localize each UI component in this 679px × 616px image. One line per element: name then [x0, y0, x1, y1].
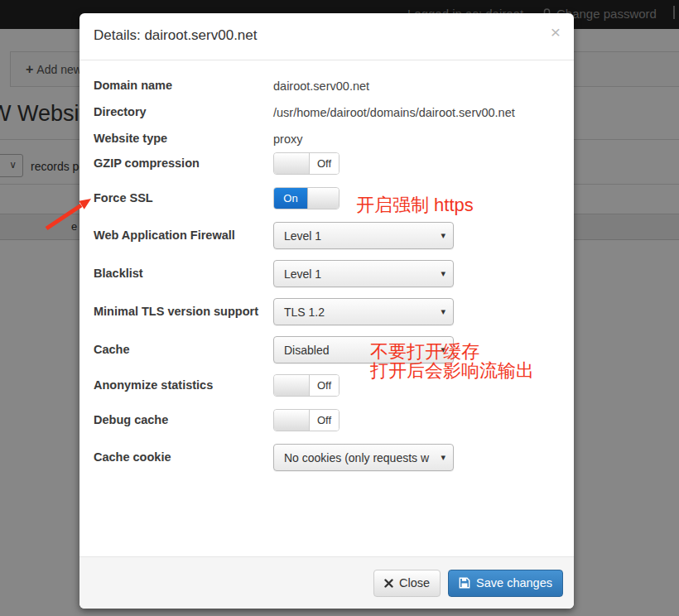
toggle-state-label: Off: [310, 153, 339, 174]
chevron-down-icon: ▾: [441, 452, 445, 463]
cache-annotation: 不要打开缓存 打开后会影响流输出: [370, 342, 534, 380]
field-label: Cache cookie: [94, 450, 273, 464]
save-button-label: Save changes: [476, 576, 552, 590]
modal-row-web-application-firewall: Web Application FirewallLevel 1▾: [94, 222, 559, 249]
toggle-knob: [307, 188, 339, 209]
field-label: Web Application Firewall: [94, 229, 273, 243]
cache-annotation-line2: 打开后会影响流输出: [370, 361, 534, 380]
field-value: /usr/home/dairoot/domains/dairoot.serv00…: [273, 106, 515, 119]
field-label: Domain name: [94, 79, 273, 93]
modal-row-domain-name: Domain namedairoot.serv00.net: [94, 73, 559, 99]
field-label: Blacklist: [94, 267, 273, 281]
chevron-down-icon: ▾: [441, 268, 445, 279]
red-arrow-annotation: [40, 192, 98, 235]
details-modal: Details: dairoot.serv00.net × Domain nam…: [79, 13, 574, 609]
modal-row-website-type: Website typeproxy: [94, 126, 559, 152]
page: Logged in as: dairoot Change password +A…: [0, 0, 679, 616]
x-icon: [384, 579, 393, 588]
field-label: Anonymize statistics: [94, 378, 273, 392]
web-application-firewall-select[interactable]: Level 1▾: [273, 222, 454, 249]
field-label: Minimal TLS version support: [94, 305, 273, 319]
close-button[interactable]: Close: [373, 570, 441, 597]
modal-row-force-ssl: Force SSLOn: [94, 187, 559, 209]
close-button-label: Close: [399, 576, 430, 590]
modal-row-gzip-compression: GZIP compressionOff: [94, 152, 559, 175]
close-icon[interactable]: ×: [551, 23, 561, 41]
toggle-state-label: On: [274, 188, 307, 209]
modal-title: Details: dairoot.serv00.net: [94, 27, 258, 43]
selected-value: Level 1: [284, 267, 321, 281]
field-value: dairoot.serv00.net: [273, 79, 369, 93]
toggle-state-label: Off: [310, 375, 339, 396]
modal-row-minimal-tls-version-support: Minimal TLS version supportTLS 1.2▾: [94, 298, 559, 325]
toggle-state-label: Off: [310, 410, 339, 431]
cache-cookie-select[interactable]: No cookies (only requests w▾: [273, 444, 454, 471]
anonymize-statistics-toggle[interactable]: Off: [273, 374, 340, 397]
toggle-knob: [274, 153, 310, 174]
debug-cache-toggle[interactable]: Off: [273, 409, 340, 431]
modal-row-blacklist: BlacklistLevel 1▾: [94, 260, 559, 287]
field-label: GZIP compression: [94, 156, 273, 171]
field-value: proxy: [273, 132, 302, 146]
toggle-knob: [274, 375, 310, 396]
force-ssl-annotation: 开启强制 https: [356, 195, 474, 214]
gzip-compression-toggle[interactable]: Off: [273, 152, 340, 175]
blacklist-select[interactable]: Level 1▾: [273, 260, 454, 287]
field-label: Debug cache: [94, 413, 273, 427]
floppy-disk-icon: [459, 577, 470, 589]
field-label: Website type: [94, 132, 273, 146]
field-label: Cache: [94, 343, 273, 357]
modal-row-debug-cache: Debug cacheOff: [94, 409, 559, 431]
chevron-down-icon: ▾: [441, 230, 445, 241]
modal-row-directory: Directory/usr/home/dairoot/domains/dairo…: [94, 99, 559, 126]
minimal-tls-version-support-select[interactable]: TLS 1.2▾: [273, 298, 454, 325]
field-label: Force SSL: [94, 191, 273, 205]
force-ssl-toggle[interactable]: On: [273, 187, 340, 209]
toggle-knob: [274, 410, 310, 431]
selected-value: Level 1: [284, 229, 321, 243]
chevron-down-icon: ▾: [441, 306, 445, 317]
field-label: Directory: [94, 105, 273, 119]
modal-footer: Close Save changes: [79, 556, 574, 609]
cache-annotation-line1: 不要打开缓存: [370, 342, 534, 361]
selected-value: Disabled: [284, 344, 329, 357]
selected-value: TLS 1.2: [284, 306, 325, 319]
modal-row-cache-cookie: Cache cookieNo cookies (only requests w▾: [94, 444, 559, 471]
selected-value: No cookies (only requests w: [284, 451, 429, 464]
save-changes-button[interactable]: Save changes: [448, 570, 563, 597]
modal-body: Domain namedairoot.serv00.netDirectory/u…: [79, 60, 574, 556]
modal-header: Details: dairoot.serv00.net ×: [79, 13, 574, 60]
